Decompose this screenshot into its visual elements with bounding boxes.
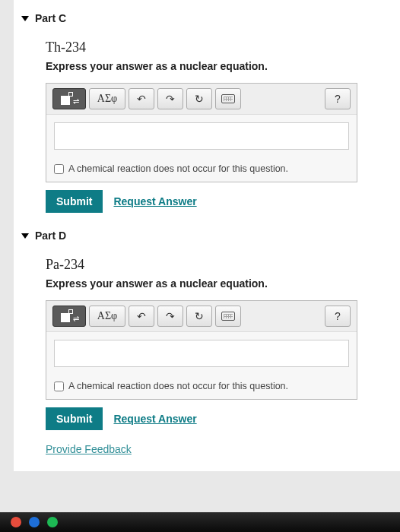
taskbar [0, 512, 400, 532]
keyboard-icon [221, 312, 235, 321]
equation-toolbar: ⇌ ΑΣφ ↶ ↷ ↻ ? [46, 84, 357, 115]
part-c-body: Th-234 Express your answer as a nuclear … [14, 29, 400, 225]
redo-icon: ↷ [166, 310, 175, 322]
reset-icon: ↻ [195, 93, 204, 105]
answer-input[interactable] [54, 122, 349, 150]
answer-box: ⇌ ΑΣφ ↶ ↷ ↻ ? [46, 300, 357, 400]
redo-button[interactable]: ↷ [157, 306, 183, 327]
help-button[interactable]: ? [325, 306, 351, 327]
part-d-header[interactable]: Part D [14, 225, 400, 246]
redo-button[interactable]: ↷ [157, 88, 183, 109]
greek-symbols-button[interactable]: ΑΣφ [89, 88, 125, 109]
isotope-label: Pa-234 [46, 257, 385, 273]
part-d-body: Pa-234 Express your answer as a nuclear … [14, 246, 400, 442]
undo-icon: ↶ [137, 93, 146, 105]
help-button[interactable]: ? [325, 88, 351, 109]
part-title: Part C [35, 12, 66, 24]
request-answer-link[interactable]: Request Answer [113, 413, 196, 425]
taskbar-icon[interactable] [29, 517, 40, 527]
instruction-text: Express your answer as a nuclear equatio… [46, 60, 385, 72]
keyboard-icon [221, 94, 235, 103]
instruction-text: Express your answer as a nuclear equatio… [46, 277, 385, 290]
reset-icon: ↻ [195, 310, 204, 322]
no-reaction-label: A chemical reaction does not occur for t… [68, 381, 288, 391]
no-reaction-checkbox[interactable] [54, 164, 64, 174]
part-title: Part D [35, 230, 66, 242]
greek-symbols-button[interactable]: ΑΣφ [89, 306, 125, 327]
keyboard-button[interactable] [215, 306, 241, 327]
caret-down-icon [21, 16, 29, 21]
action-row: Submit Request Answer [46, 190, 385, 213]
no-reaction-row[interactable]: A chemical reaction does not occur for t… [46, 375, 357, 399]
undo-icon: ↶ [137, 310, 146, 322]
taskbar-icon[interactable] [47, 517, 58, 527]
undo-button[interactable]: ↶ [129, 306, 154, 327]
answer-box: ⇌ ΑΣφ ↶ ↷ ↻ ? [46, 83, 357, 182]
part-c-header[interactable]: Part C [14, 8, 400, 29]
submit-button[interactable]: Submit [46, 190, 103, 213]
undo-button[interactable]: ↶ [129, 88, 154, 109]
redo-icon: ↷ [166, 93, 175, 105]
reset-button[interactable]: ↻ [186, 306, 212, 327]
template-icon: ⇌ [61, 310, 78, 322]
caret-down-icon [21, 233, 29, 239]
template-button[interactable]: ⇌ [52, 88, 86, 109]
template-icon: ⇌ [61, 93, 78, 105]
reset-button[interactable]: ↻ [186, 88, 212, 109]
no-reaction-label: A chemical reaction does not occur for t… [68, 163, 288, 174]
question-content: Part C Th-234 Express your answer as a n… [14, 0, 400, 471]
request-answer-link[interactable]: Request Answer [113, 195, 196, 207]
taskbar-icon[interactable] [11, 517, 21, 527]
equation-toolbar: ⇌ ΑΣφ ↶ ↷ ↻ ? [46, 301, 357, 332]
provide-feedback-link[interactable]: Provide Feedback [14, 432, 132, 455]
action-row: Submit Request Answer [46, 407, 385, 430]
isotope-label: Th-234 [46, 40, 385, 55]
no-reaction-checkbox[interactable] [54, 382, 64, 391]
template-button[interactable]: ⇌ [52, 306, 86, 327]
keyboard-button[interactable] [215, 88, 241, 109]
answer-input[interactable] [54, 340, 349, 367]
submit-button[interactable]: Submit [46, 407, 103, 430]
no-reaction-row[interactable]: A chemical reaction does not occur for t… [46, 157, 357, 182]
